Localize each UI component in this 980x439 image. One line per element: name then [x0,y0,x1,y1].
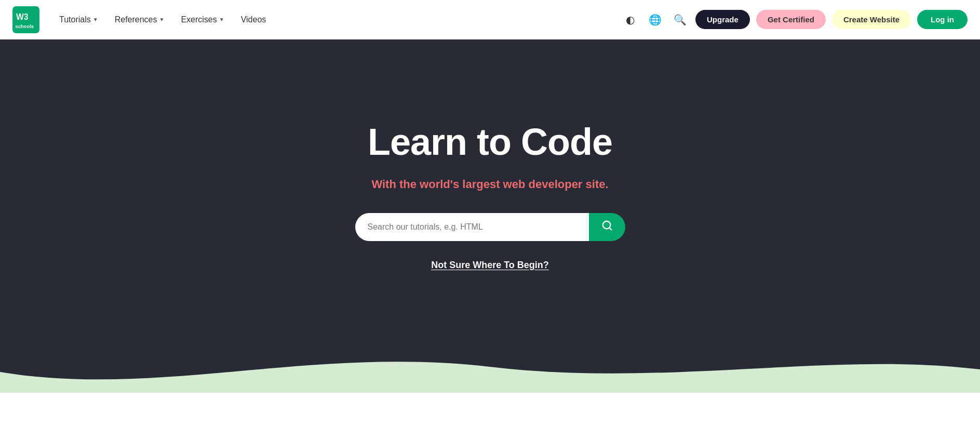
create-website-button[interactable]: Create Website [832,10,911,29]
references-dropdown-icon: ▼ [159,17,165,22]
search-bar [355,213,625,241]
hero-section: Learn to Code With the world's largest w… [0,39,980,393]
nav-tutorials[interactable]: Tutorials ▼ [52,11,105,29]
svg-text:schools: schools [15,23,34,29]
upgrade-button[interactable]: Upgrade [695,10,750,29]
theme-icon: ◐ [626,14,635,26]
language-button[interactable]: 🌐 [646,10,664,29]
globe-icon: 🌐 [649,14,662,26]
not-sure-link[interactable]: Not Sure Where To Begin? [431,260,549,271]
svg-text:W3: W3 [16,12,29,21]
tutorials-dropdown-icon: ▼ [93,17,98,22]
search-icon: 🔍 [674,14,687,26]
get-certified-button[interactable]: Get Certified [756,10,826,29]
logo[interactable]: W3 schools [12,6,39,33]
svg-line-4 [609,228,611,230]
nav-references[interactable]: References ▼ [108,11,172,29]
nav-videos[interactable]: Videos [234,11,274,29]
search-submit-button[interactable] [589,213,625,241]
hero-subtitle: With the world's largest web developer s… [371,178,608,191]
nav-right-controls: ◐ 🌐 🔍 Upgrade Get Certified Create Websi… [621,10,968,29]
search-submit-icon [601,220,613,234]
nav-links: Tutorials ▼ References ▼ Exercises ▼ Vid… [52,11,616,29]
hero-title: Learn to Code [368,121,612,163]
theme-toggle-button[interactable]: ◐ [621,10,639,29]
exercises-dropdown-icon: ▼ [219,17,224,22]
search-input[interactable] [355,213,589,241]
navbar: W3 schools Tutorials ▼ References ▼ Exer… [0,0,980,39]
wave-decoration [0,341,980,393]
nav-exercises[interactable]: Exercises ▼ [173,11,231,29]
search-icon-button[interactable]: 🔍 [670,10,689,29]
login-button[interactable]: Log in [917,10,968,29]
